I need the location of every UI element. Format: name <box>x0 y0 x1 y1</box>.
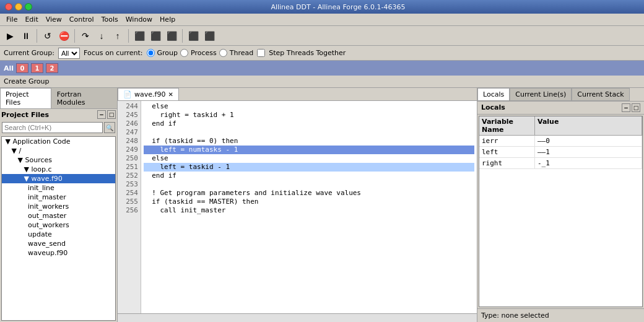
step-threads-label: Step Threads Together <box>269 49 346 57</box>
right-panel: Locals Current Line(s) Current Stack Loc… <box>477 88 644 322</box>
project-files-label: Project Files <box>1 111 49 119</box>
expand-btn[interactable]: □ <box>107 110 116 119</box>
evaluate-button[interactable]: ⬛ <box>186 28 201 43</box>
left-panel: Project Files Fortran Modules Project Fi… <box>0 88 118 322</box>
collapse-btn[interactable]: − <box>97 110 106 119</box>
restart-button[interactable]: ↺ <box>40 28 55 43</box>
locals-cell-right-value: -_1 <box>535 158 642 168</box>
locals-table: Variable Name Value ierr ——0 left ——1 ri… <box>479 116 643 307</box>
line-numbers: 244 245 246 247 248 249 250 251 252 253 … <box>118 101 141 313</box>
tracepoint-button[interactable]: ⬛ <box>164 28 179 43</box>
process-all-label: All <box>4 64 14 72</box>
focus-radio-group: Group Process Thread <box>147 49 254 57</box>
locals-cell-ierr-name: ierr <box>479 136 535 146</box>
code-line-252: end if <box>144 172 474 180</box>
code-line-247 <box>144 128 474 137</box>
locals-tab[interactable]: Locals <box>477 88 510 101</box>
minimize-button[interactable] <box>15 3 22 11</box>
locals-header: Locals − □ <box>477 102 644 115</box>
close-button[interactable] <box>5 3 12 11</box>
create-group-bar: Create Group <box>0 76 644 88</box>
locals-row-ierr[interactable]: ierr ——0 <box>479 136 642 147</box>
locals-cell-right-name: right <box>479 158 535 168</box>
create-group-button[interactable]: Create Group <box>4 77 50 85</box>
locals-cell-ierr-value: ——0 <box>535 136 642 146</box>
tab-close-btn[interactable]: ✕ <box>168 91 173 98</box>
search-input[interactable] <box>2 122 103 133</box>
editor-tab-wave-f90[interactable]: 📄 wave.f90 ✕ <box>118 88 179 100</box>
tree-loop-c[interactable]: ▼ loop.c <box>2 165 115 174</box>
play-button[interactable]: ▶ <box>2 28 17 43</box>
locals-cell-left-name: left <box>479 147 535 157</box>
locals-collapse-btn[interactable]: − <box>622 103 630 112</box>
search-button[interactable]: 🔍 <box>104 122 115 133</box>
tree-update[interactable]: update <box>2 230 115 239</box>
current-stack-tab[interactable]: Current Stack <box>572 88 629 101</box>
tab-icon: 📄 <box>123 90 132 98</box>
memory-button[interactable]: ⬛ <box>202 28 217 43</box>
step-threads-checkbox[interactable] <box>257 49 265 57</box>
tree-out-master[interactable]: out_master <box>2 211 115 220</box>
focus-thread-radio[interactable] <box>219 49 227 57</box>
tree-wave-send[interactable]: wave_send <box>2 239 115 248</box>
tree-arrow: ▼ <box>12 147 19 155</box>
tree-init-master[interactable]: init_master <box>2 193 115 202</box>
code-line-250: else <box>144 154 474 163</box>
process-btn-0[interactable]: 0 <box>16 63 28 73</box>
code-line-255: if (taskid == MASTER) then <box>144 198 474 206</box>
focus-process-radio[interactable] <box>180 49 188 57</box>
current-group-select[interactable]: All <box>58 48 80 59</box>
locals-col-name: Variable Name <box>479 116 535 135</box>
breakpoint-button[interactable]: ⬛ <box>132 28 147 43</box>
tree-arrow: ▼ <box>6 137 13 146</box>
tree-out-workers[interactable]: out_workers <box>2 220 115 230</box>
code-area[interactable]: 244 245 246 247 248 249 250 251 252 253 … <box>118 101 477 313</box>
locals-expand-btn[interactable]: □ <box>632 103 640 112</box>
tree-init-line[interactable]: init_line <box>2 183 115 193</box>
step-into-button[interactable]: ↓ <box>94 28 109 43</box>
maximize-button[interactable] <box>25 3 32 11</box>
tree-arrow: ▼ <box>24 165 32 173</box>
locals-controls: − □ <box>622 103 640 112</box>
tree-waveup-f90[interactable]: waveup.f90 <box>2 248 115 258</box>
menu-control[interactable]: Control <box>66 14 98 25</box>
menu-bar: File Edit View Control Tools Window Help <box>0 14 644 26</box>
menu-edit[interactable]: Edit <box>21 14 41 25</box>
menu-view[interactable]: View <box>42 14 66 25</box>
tree-application-code[interactable]: ▼ Application Code <box>2 137 115 146</box>
current-lines-tab[interactable]: Current Line(s) <box>510 88 572 101</box>
process-btn-1[interactable]: 1 <box>31 63 43 73</box>
left-panel-controls: − □ <box>97 110 116 119</box>
locals-row-right[interactable]: right -_1 <box>479 158 642 169</box>
tree-init-workers[interactable]: init_workers <box>2 202 115 211</box>
project-files-tab[interactable]: Project Files <box>0 88 51 108</box>
code-content[interactable]: else right = taskid + 1 end if if (taski… <box>141 101 477 313</box>
menu-window[interactable]: Window <box>122 14 156 25</box>
focus-thread-label: Thread <box>230 49 253 57</box>
focus-group-radio[interactable] <box>147 49 155 57</box>
run-to-button[interactable]: ⬛ <box>148 28 163 43</box>
menu-help[interactable]: Help <box>156 14 179 25</box>
pause-button[interactable]: ⏸ <box>19 28 33 43</box>
horizontal-scrollbar[interactable] <box>118 313 477 322</box>
toolbar: ▶ ⏸ ↺ ⛔ ↷ ↓ ↑ ⬛ ⬛ ⬛ ⬛ ⬛ <box>0 26 644 46</box>
window-controls <box>5 3 32 11</box>
fortran-modules-tab[interactable]: Fortran Modules <box>51 88 117 108</box>
tree-root[interactable]: ▼ / <box>2 146 115 155</box>
stop-button[interactable]: ⛔ <box>56 28 71 43</box>
main-layout: Project Files Fortran Modules Project Fi… <box>0 88 644 322</box>
toolbar-separator-1 <box>37 29 37 43</box>
code-line-248: if (taskid == 0) then <box>144 137 474 146</box>
tree-sources[interactable]: ▼ Sources <box>2 155 115 165</box>
locals-row-left[interactable]: left ——1 <box>479 147 642 158</box>
step-out-button[interactable]: ↑ <box>110 28 125 43</box>
tree-wave-f90[interactable]: ▼ wave.f90 <box>2 174 115 183</box>
process-btn-2[interactable]: 2 <box>46 63 58 73</box>
locals-column-headers: Variable Name Value <box>479 116 642 136</box>
step-over-button[interactable]: ↷ <box>78 28 93 43</box>
menu-tools[interactable]: Tools <box>98 14 122 25</box>
current-group-label: Current Group: <box>4 49 54 57</box>
focus-process-label: Process <box>191 49 217 57</box>
menu-file[interactable]: File <box>2 14 21 25</box>
type-label: Type: none selected <box>477 308 644 322</box>
